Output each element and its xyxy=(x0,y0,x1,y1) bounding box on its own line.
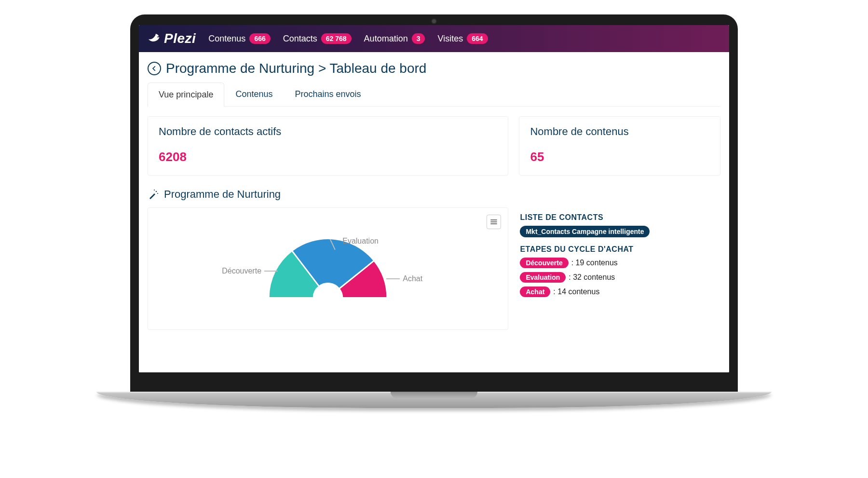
gauge-label-decouverte: Découverte xyxy=(222,267,278,275)
stage-text: : 32 contenus xyxy=(569,273,615,282)
magic-wand-icon xyxy=(148,189,159,200)
stages-heading: ETAPES DU CYCLE D'ACHAT xyxy=(520,245,720,254)
stage-chip[interactable]: Découverte xyxy=(520,258,568,268)
gauge-label-achat: Achat xyxy=(386,274,422,283)
gauge-label-evaluation: Evaluation xyxy=(327,237,379,246)
nav-automation[interactable]: Automation 3 xyxy=(364,33,425,44)
nav-label: Automation xyxy=(364,34,408,44)
svg-point-0 xyxy=(156,191,157,192)
contacts-list-chip[interactable]: Mkt_Contacts Campagne intelligente xyxy=(520,226,650,237)
top-nav: Plezi Contenus 666 Contacts 62 768 Autom… xyxy=(139,25,729,52)
stage-chip[interactable]: Achat xyxy=(520,287,550,297)
brand-logo[interactable]: Plezi xyxy=(148,31,196,46)
breadcrumb-separator: > xyxy=(318,61,326,76)
breadcrumb-child: Tableau de bord xyxy=(330,61,427,76)
card-contenus: Nombre de contenus 65 xyxy=(519,116,720,176)
stage-row-decouverte: Découverte : 19 contenus xyxy=(520,258,720,268)
section-title-text: Programme de Nurturing xyxy=(164,188,281,201)
laptop-lid: Plezi Contenus 666 Contacts 62 768 Autom… xyxy=(130,14,738,392)
section-title: Programme de Nurturing xyxy=(148,188,720,201)
laptop-base xyxy=(96,392,772,408)
nav-label: Visites xyxy=(437,34,463,44)
bird-icon xyxy=(148,33,161,44)
stage-text: : 19 contenus xyxy=(571,259,618,267)
chart-row: Découverte Evaluation Achat xyxy=(148,207,720,330)
tab-prochains-envois[interactable]: Prochains envois xyxy=(284,82,372,106)
nav-contenus[interactable]: Contenus 666 xyxy=(208,33,270,44)
nav-badge: 62 768 xyxy=(321,33,352,44)
brand-name: Plezi xyxy=(164,31,196,46)
page-body: Programme de Nurturing > Tableau de bord… xyxy=(139,52,729,372)
card-title: Nombre de contenus xyxy=(530,125,709,138)
stage-chip[interactable]: Evaluation xyxy=(520,272,566,283)
camera-icon xyxy=(432,19,436,23)
chevron-left-icon xyxy=(151,65,158,72)
back-button[interactable] xyxy=(148,62,161,75)
laptop-frame: Plezi Contenus 666 Contacts 62 768 Autom… xyxy=(130,14,738,408)
card-value: 65 xyxy=(530,150,709,164)
breadcrumb-parent[interactable]: Programme de Nurturing xyxy=(166,61,314,76)
card-title: Nombre de contacts actifs xyxy=(159,125,497,138)
card-contacts-actifs: Nombre de contacts actifs 6208 xyxy=(148,116,508,176)
nav-contacts[interactable]: Contacts 62 768 xyxy=(283,33,352,44)
nav-badge: 3 xyxy=(412,33,425,44)
hamburger-icon xyxy=(490,219,498,225)
tab-contenus[interactable]: Contenus xyxy=(224,82,284,106)
nav-badge: 666 xyxy=(249,33,270,44)
chart-panel: Découverte Evaluation Achat xyxy=(148,207,508,330)
nav-visites[interactable]: Visites 664 xyxy=(437,33,488,44)
tabs: Vue principale Contenus Prochains envois xyxy=(148,82,720,107)
nav-label: Contacts xyxy=(283,34,317,44)
stage-row-achat: Achat : 14 contenus xyxy=(520,287,720,297)
breadcrumb: Programme de Nurturing > Tableau de bord xyxy=(148,61,720,76)
tab-vue-principale[interactable]: Vue principale xyxy=(148,82,224,107)
contacts-list-heading: LISTE DE CONTACTS xyxy=(520,213,720,222)
stage-text: : 14 contenus xyxy=(553,287,599,296)
stat-cards: Nombre de contacts actifs 6208 Nombre de… xyxy=(148,116,720,176)
screen: Plezi Contenus 666 Contacts 62 768 Autom… xyxy=(139,25,729,372)
stage-row-evaluation: Evaluation : 32 contenus xyxy=(520,272,720,283)
nav-label: Contenus xyxy=(208,34,245,44)
chart-menu-button[interactable] xyxy=(487,215,501,229)
card-value: 6208 xyxy=(159,150,497,164)
chart-side-panel: LISTE DE CONTACTS Mkt_Contacts Campagne … xyxy=(520,207,720,301)
nav-badge: 664 xyxy=(467,33,488,44)
svg-point-2 xyxy=(154,190,155,191)
gauge-chart: Découverte Evaluation Achat xyxy=(222,232,434,324)
svg-point-1 xyxy=(157,193,158,194)
